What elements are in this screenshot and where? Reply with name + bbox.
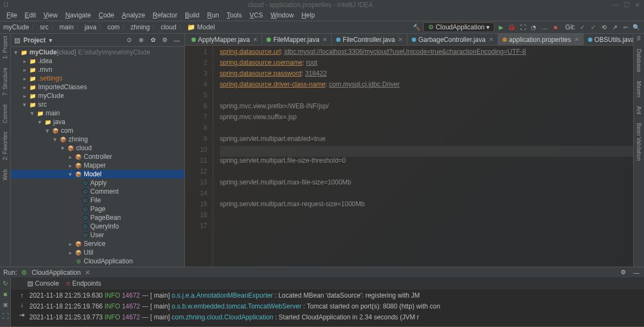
tab-applymapperjava[interactable]: ApplyMapper.java✕ <box>187 34 262 45</box>
code-line-17[interactable] <box>220 222 633 233</box>
code-line-15[interactable]: spring.servlet.multipart.max-request-siz… <box>220 200 633 211</box>
project-tree[interactable]: ▼📁myClude [cloud] E:\study\myvue\myClude… <box>11 47 184 267</box>
hide-icon[interactable]: — <box>172 36 181 45</box>
close-icon[interactable]: ✕ <box>323 36 327 42</box>
code-content[interactable]: spring.datasource.url: jdbc:mysql://loca… <box>213 46 633 267</box>
stop-icon[interactable]: ■ <box>3 291 7 298</box>
tree-pagebean[interactable]: ⒸPageBean <box>11 213 184 222</box>
tree-main[interactable]: ▼📁main <box>11 109 184 118</box>
tool-favorites[interactable]: 2: Favorites <box>2 132 8 160</box>
tree-file[interactable]: ⒸFile <box>11 196 184 205</box>
tree-queryinfo[interactable]: ⒸQueryInfo <box>11 222 184 231</box>
code-line-11[interactable]: spring.servlet.multipart.file-size-thres… <box>220 157 633 168</box>
close-icon[interactable]: ✕ <box>489 36 493 42</box>
console-side-buttons[interactable]: ↑ ↓ ⇥ <box>14 292 29 324</box>
tab-obsutilsjava[interactable]: OBSUtils.java✕ <box>584 34 633 45</box>
code-editor[interactable]: 1234567891011121314151617 spring.datasou… <box>185 46 633 267</box>
tree-.settings[interactable]: ▸📁.settings <box>11 74 184 83</box>
code-line-6[interactable]: spring.mvc.view.prefix=/WEB-INF/jsp/ <box>220 102 633 113</box>
code-line-9[interactable]: spring.servlet.multipart.enabled=true <box>220 135 633 146</box>
endpoints-tab[interactable]: ⎋ Endpoints <box>66 280 101 287</box>
tree-service[interactable]: ▸📦Service <box>11 239 184 248</box>
code-line-5[interactable] <box>220 91 633 102</box>
menu-navigate[interactable]: Navigate <box>62 10 94 20</box>
attach-button[interactable]: … <box>540 23 549 32</box>
rerun-icon[interactable]: ↻ <box>3 280 8 287</box>
menu-analyze[interactable]: Analyze <box>119 10 148 20</box>
tree-java[interactable]: ▼📁java <box>11 118 184 126</box>
crumb-src[interactable]: src <box>40 23 48 31</box>
git-commit-icon[interactable]: ✓ <box>589 23 597 32</box>
hammer-icon[interactable]: 🔨 <box>412 23 421 32</box>
menu-file[interactable]: File <box>3 10 20 20</box>
tab-garbagecontrollerjava[interactable]: GarbageController.java✕ <box>407 34 498 45</box>
run-config-selector[interactable]: ⚙ CloudApplication ▾ <box>423 22 495 32</box>
git-history-icon[interactable]: ⟲ <box>599 23 608 32</box>
tool-beanvalidation[interactable]: Bean Validation <box>636 123 642 161</box>
code-line-10[interactable] <box>220 146 633 157</box>
project-title[interactable]: Project <box>23 36 46 44</box>
menu-run[interactable]: Run <box>204 10 222 20</box>
menu-vcs[interactable]: VCS <box>246 10 267 20</box>
menu-bar[interactable]: FileEditViewNavigateCodeAnalyzeRefactorB… <box>0 10 644 21</box>
code-line-7[interactable]: spring.mvc.view.suffix=.jsp <box>220 113 633 124</box>
tree-mapper[interactable]: ▸📦Mapper <box>11 161 184 170</box>
tree-util[interactable]: ▸📦Util <box>11 248 184 257</box>
menu-window[interactable]: Window <box>267 10 297 20</box>
editor-tabs[interactable]: ApplyMapper.java✕FileMapper.java✕FileCon… <box>185 34 633 46</box>
exit-icon[interactable]: ✖ <box>3 301 8 309</box>
git-push-icon[interactable]: ↗ <box>610 23 619 32</box>
select-opened-icon[interactable]: ⊙ <box>125 36 133 45</box>
tree-servletinitializer[interactable]: ⚙ServletInitializer <box>11 266 184 267</box>
tree-comment[interactable]: ⒸComment <box>11 187 184 196</box>
close-icon[interactable]: ✕ <box>398 36 403 42</box>
tree-model[interactable]: ▼📦Model <box>11 170 184 178</box>
menu-refactor[interactable]: Refactor <box>150 10 181 20</box>
menu-help[interactable]: Help <box>298 10 318 20</box>
crumb-cloud[interactable]: cloud <box>160 23 176 31</box>
down-icon[interactable]: ↓ <box>20 301 23 309</box>
gear-icon[interactable]: ⚙ <box>619 268 628 277</box>
hide-icon[interactable]: — <box>632 268 641 277</box>
collapse-all-icon[interactable]: ✿ <box>148 36 157 45</box>
menu-view[interactable]: View <box>40 10 61 20</box>
code-line-2[interactable]: spring.datasource.username: root <box>220 59 633 70</box>
debug-button[interactable]: 🐞 <box>507 23 516 32</box>
tool-structure[interactable]: 7: Structure <box>2 67 8 96</box>
tool-database[interactable]: Database <box>636 49 642 72</box>
close-tab-icon[interactable]: ✕ <box>85 269 90 276</box>
run-subtabs[interactable]: ▤ Console ⎋ Endpoints <box>11 277 644 289</box>
log-line[interactable]: 2021-11-18 21:25:19.773 INFO 14672 --- [… <box>29 313 641 324</box>
tool-commit[interactable]: Commit <box>2 104 8 123</box>
code-line-16[interactable] <box>220 211 633 222</box>
code-line-14[interactable] <box>220 189 633 200</box>
tree-com[interactable]: ▼📦com <box>11 126 184 135</box>
up-icon[interactable]: ↑ <box>20 292 23 299</box>
menu-edit[interactable]: Edit <box>21 10 39 20</box>
tree-src[interactable]: ▼📁src <box>11 100 184 109</box>
tree-cloud[interactable]: ▼📦cloud <box>11 144 184 152</box>
tool-maven[interactable]: Maven <box>636 81 642 97</box>
tree-.idea[interactable]: ▸📁.idea <box>11 57 184 65</box>
tree-user[interactable]: ⒸUser <box>11 231 184 239</box>
code-line-13[interactable]: spring.servlet.multipart.max-file-size=1… <box>220 178 633 189</box>
line-gutter[interactable]: 1234567891011121314151617 <box>185 46 213 267</box>
crumb-zhning[interactable]: zhning <box>131 23 150 31</box>
code-line-4[interactable]: spring.datasource.driver-class-name: com… <box>220 81 633 91</box>
log-line[interactable]: 2021-11-18 21:25:19.766 INFO 14672 --- [… <box>29 303 641 313</box>
gear-icon[interactable]: ⚙ <box>160 36 169 45</box>
console-output[interactable]: ↑ ↓ ⇥ 2021-11-18 21:25:19.630 INFO 14672… <box>11 289 644 326</box>
code-line-12[interactable] <box>220 168 633 178</box>
crumb-Model[interactable]: 📁 Model <box>187 23 215 31</box>
right-tool-strip[interactable]: mDatabaseMavenAntBean Validation <box>633 34 644 267</box>
layout-icon[interactable]: ⛶ <box>2 312 9 320</box>
crumb-main[interactable]: main <box>59 23 73 31</box>
tool-project[interactable]: 1: Project <box>2 36 8 59</box>
code-line-1[interactable]: spring.datasource.url: jdbc:mysql://loca… <box>220 48 633 59</box>
tool-m[interactable]: m <box>636 36 642 40</box>
left-tool-strip[interactable]: 1: Project7: StructureCommit2: Favorites… <box>0 34 11 267</box>
tool-web[interactable]: Web <box>2 169 8 180</box>
crumb-java[interactable]: java <box>84 23 96 31</box>
tree-cloudapplication[interactable]: ⚙CloudApplication <box>11 257 184 266</box>
git-rollback-icon[interactable]: ⤺ <box>621 23 630 32</box>
